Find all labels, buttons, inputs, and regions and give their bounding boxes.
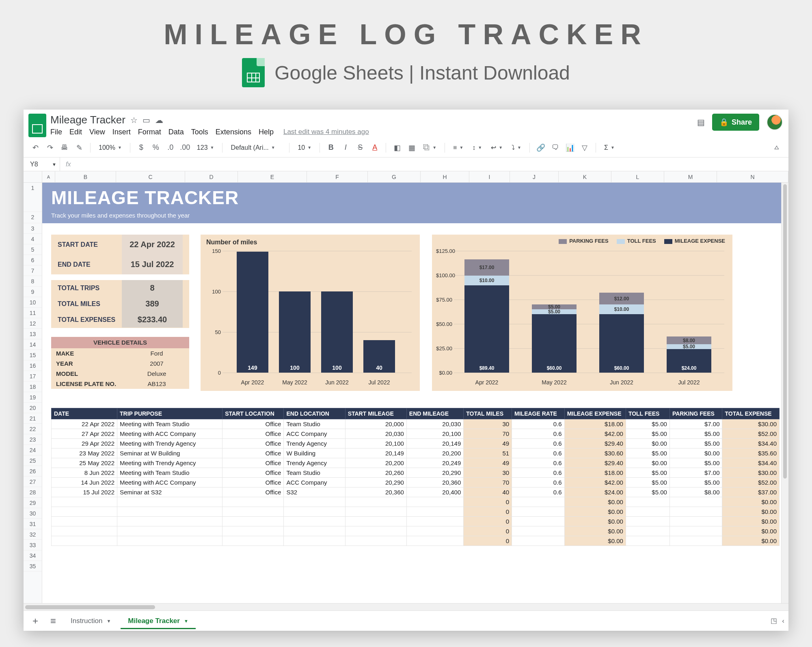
miles-chart[interactable]: Number of miles 050100150149Apr 2022100M… [201,235,420,391]
account-avatar[interactable] [767,114,783,130]
promo-subtitle: Google Sheets | Instant Download [0,58,812,87]
summary-card: TOTAL TRIPS8 TOTAL MILES389 TOTAL EXPENS… [51,280,189,328]
last-edit-link[interactable]: Last edit was 4 minutes ago [283,128,369,136]
title-banner: MILEAGE TRACKER Track your miles and exp… [42,183,788,223]
merge-button[interactable]: ⿻▼ [420,142,440,154]
formula-bar: Y8▼ fx [24,157,788,171]
title-bar: Mileage Tracker ☆ ▭ ☁ File Edit View Ins… [24,110,788,138]
fill-color-button[interactable]: ◧ [391,142,403,154]
menu-tools[interactable]: Tools [191,128,208,136]
row-headers[interactable]: 1234567891011121314151617181920212223242… [24,183,42,603]
dec-decrease-button[interactable]: .0 [164,142,177,154]
font-select[interactable]: Default (Ari...▼ [227,142,284,154]
add-sheet-button[interactable]: + [28,613,43,629]
sheet-canvas[interactable]: MILEAGE TRACKER Track your miles and exp… [42,183,788,603]
share-button[interactable]: 🔒 Share [712,114,759,131]
wrap-button[interactable]: ↩▼ [488,142,506,154]
toolbar: ↶ ↷ 🖶 ✎ 100%▼ $ % .0 .00 123▼ Default (A… [24,138,788,157]
fx-icon: fx [60,161,76,168]
menu-extensions[interactable]: Extensions [216,128,251,136]
menu-bar: File Edit View Insert Format Data Tools … [50,128,693,136]
horizontal-scrollbar[interactable] [24,603,788,610]
currency-button[interactable]: $ [135,142,147,154]
print-button[interactable]: 🖶 [58,142,71,154]
date-card: START DATE22 Apr 2022 END DATE15 Jul 202… [51,235,189,274]
strike-button[interactable]: S [354,142,366,154]
sheets-icon [242,58,265,87]
menu-edit[interactable]: Edit [69,128,82,136]
sheet-subtitle: Track your miles and expenses throughout… [51,212,780,219]
paint-format-button[interactable]: ✎ [73,142,85,154]
font-size-select[interactable]: 10▼ [294,142,315,154]
chart-legend: PARKING FEES TOLL FEES MILEAGE EXPENSE [559,238,725,244]
share-label: Share [732,118,752,127]
undo-button[interactable]: ↶ [29,142,41,154]
filter-button[interactable]: ▽ [579,142,591,154]
borders-button[interactable]: ▦ [406,142,418,154]
comments-icon[interactable]: ▤ [697,117,705,127]
comment-button[interactable]: 🗨 [549,142,561,154]
link-button[interactable]: 🔗 [535,142,547,154]
side-collapse-icon[interactable]: ‹ [782,617,784,625]
menu-view[interactable]: View [89,128,105,136]
text-color-button[interactable]: A [369,142,381,154]
sheets-doc-icon[interactable] [28,114,46,137]
doc-title[interactable]: Mileage Tracker [50,114,125,126]
promo-title: MILEAGE LOG TRACKER [0,0,812,51]
vertical-scrollbar[interactable] [781,183,788,603]
menu-insert[interactable]: Insert [112,128,131,136]
explore-button[interactable]: ◳ [771,617,777,625]
format-123-select[interactable]: 123▼ [194,142,218,154]
lock-icon: 🔒 [719,118,728,127]
italic-button[interactable]: I [339,142,352,154]
app-window: Mileage Tracker ☆ ▭ ☁ File Edit View Ins… [24,110,788,631]
name-box[interactable]: Y8▼ [24,157,60,171]
collapse-toolbar-button[interactable]: ㅿ [771,142,783,154]
redo-button[interactable]: ↷ [44,142,56,154]
sheet-title: MILEAGE TRACKER [51,187,780,209]
sheet-tabs: + ≡ Instruction▼ Mileage Tracker▼ ◳ ‹ [24,610,788,631]
move-icon[interactable]: ▭ [143,115,150,125]
dec-increase-button[interactable]: .00 [179,142,191,154]
valign-button[interactable]: ↕▼ [469,142,485,154]
menu-data[interactable]: Data [168,128,184,136]
expense-chart[interactable]: PARKING FEES TOLL FEES MILEAGE EXPENSE $… [432,235,732,391]
functions-button[interactable]: Σ▼ [601,142,618,154]
zoom-select[interactable]: 100%▼ [95,142,125,154]
bold-button[interactable]: B [325,142,337,154]
cloud-icon[interactable]: ☁ [155,115,163,125]
menu-format[interactable]: Format [138,128,161,136]
promo-subtitle-text: Google Sheets | Instant Download [274,62,570,84]
vehicle-header: VEHICLE DETAILS [51,337,189,348]
tab-mileage-tracker[interactable]: Mileage Tracker▼ [121,613,195,629]
all-sheets-button[interactable]: ≡ [45,613,61,629]
chart-button[interactable]: 📊 [564,142,576,154]
rotate-button[interactable]: ⤵▼ [508,142,525,154]
percent-button[interactable]: % [150,142,162,154]
column-headers[interactable]: A B C D E F G H I J K L M N [24,171,788,183]
spreadsheet-grid[interactable]: A B C D E F G H I J K L M N 123456789101… [24,171,788,610]
menu-help[interactable]: Help [259,128,274,136]
vehicle-card: MAKEFordYEAR2007MODELDeluxeLICENSE PLATE… [51,348,189,389]
data-table[interactable]: DATETRIP PURPOSESTART LOCATIONEND LOCATI… [51,408,780,546]
halign-button[interactable]: ≡▼ [450,142,466,154]
tab-instruction[interactable]: Instruction▼ [63,613,118,629]
menu-file[interactable]: File [50,128,62,136]
star-icon[interactable]: ☆ [130,115,138,125]
